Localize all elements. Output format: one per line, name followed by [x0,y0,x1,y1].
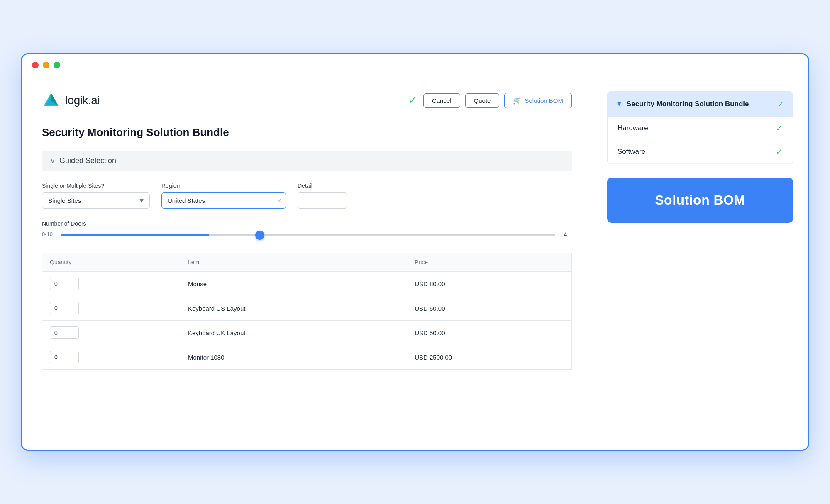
chevron-icon: ∨ [50,157,55,165]
bom-button-area: Solution BOM [607,178,793,223]
tree-arrow-icon: ▼ [616,100,622,108]
tree-title: Security Monitoring Solution Bundle [627,100,749,108]
region-input-wrapper: × [161,192,286,209]
table-row: Mouse USD 80.00 [42,272,572,296]
table-cell-item: Mouse [181,272,407,296]
solution-bom-button[interactable]: Solution BOM [607,178,793,223]
sites-select-wrapper: Single Sites Multiple Sites ▼ [42,192,150,209]
table-row: Keyboard US Layout USD 50.00 [42,296,572,321]
doors-slider[interactable] [61,234,555,236]
header-actions: ✓ Cancel Quote 🛒 Solution BOM [408,93,572,108]
items-table: Quantity Item Price Mouse USD 80.00 Keyb… [42,253,572,370]
tree-item-software[interactable]: Software ✓ [608,140,793,164]
table-cell-qty [42,296,181,321]
region-label: Region [161,183,286,189]
col-item: Item [181,253,407,272]
traffic-light-yellow[interactable] [43,62,49,68]
traffic-light-red[interactable] [32,62,39,68]
detail-field: Detail [298,183,347,209]
tree-item-hardware-label: Hardware [618,124,648,132]
solution-tree: ▼ Security Monitoring Solution Bundle ✓ … [607,91,793,164]
header-check-icon: ✓ [408,95,417,106]
browser-window: logik.ai ✓ Cancel Quote 🛒 Solution BOM S… [21,53,809,451]
form-row: Single or Multiple Sites? Single Sites M… [42,183,572,209]
slider-range: 0-10 [42,231,53,237]
table-cell-price: USD 50.00 [407,321,571,345]
slider-label: Number of Doors [42,220,572,227]
table-cell-qty [42,345,181,370]
region-field: Region × [161,183,286,209]
table-cell-price: USD 50.00 [407,296,571,321]
browser-titlebar [22,54,808,76]
detail-input[interactable] [298,192,347,209]
clear-icon[interactable]: × [277,197,281,205]
left-panel: logik.ai ✓ Cancel Quote 🛒 Solution BOM S… [22,76,592,450]
qty-input-1[interactable] [50,302,79,314]
section-header-title: Guided Selection [59,156,116,165]
page-title: Security Monitoring Solution Bundle [42,126,572,139]
app-header: logik.ai ✓ Cancel Quote 🛒 Solution BOM [42,91,572,110]
slider-value: 4 [564,231,572,238]
table-row: Keyboard UK Layout USD 50.00 [42,321,572,345]
table-row: Monitor 1080 USD 2500.00 [42,345,572,370]
slider-section: Number of Doors 0-10 4 [42,220,572,238]
sites-label: Single or Multiple Sites? [42,183,150,189]
sites-select[interactable]: Single Sites Multiple Sites [42,192,150,209]
cancel-button[interactable]: Cancel [423,93,460,108]
table-cell-item: Keyboard UK Layout [181,321,407,345]
traffic-light-green[interactable] [54,62,60,68]
table-cell-qty [42,272,181,296]
app-content: logik.ai ✓ Cancel Quote 🛒 Solution BOM S… [22,76,808,450]
region-input[interactable] [161,192,286,209]
table-cell-price: USD 80.00 [407,272,571,296]
software-check-icon: ✓ [776,147,783,157]
logo-area: logik.ai [42,91,100,110]
right-panel: ▼ Security Monitoring Solution Bundle ✓ … [592,76,808,450]
tree-item-hardware[interactable]: Hardware ✓ [608,117,793,140]
table-cell-qty [42,321,181,345]
slider-row: 0-10 4 [42,230,572,238]
table-cell-item: Keyboard US Layout [181,296,407,321]
tree-item-software-label: Software [618,148,645,156]
quote-button[interactable]: Quote [465,93,500,108]
cart-icon: 🛒 [513,97,521,105]
detail-label: Detail [298,183,347,189]
col-price: Price [407,253,571,272]
table-cell-item: Monitor 1080 [181,345,407,370]
qty-input-0[interactable] [50,278,79,290]
table-cell-price: USD 2500.00 [407,345,571,370]
col-quantity: Quantity [42,253,181,272]
logo-icon [42,91,60,110]
hardware-check-icon: ✓ [776,123,783,133]
guided-selection-header[interactable]: ∨ Guided Selection [42,151,572,171]
tree-header-left: ▼ Security Monitoring Solution Bundle [616,100,749,108]
solution-bom-header-button[interactable]: 🛒 Solution BOM [504,93,572,108]
qty-input-3[interactable] [50,351,79,363]
logo-text: logik.ai [65,94,100,107]
tree-check-icon: ✓ [777,99,784,109]
qty-input-2[interactable] [50,326,79,339]
sites-field: Single or Multiple Sites? Single Sites M… [42,183,150,209]
slider-container [61,230,555,238]
tree-header: ▼ Security Monitoring Solution Bundle ✓ [608,92,793,117]
